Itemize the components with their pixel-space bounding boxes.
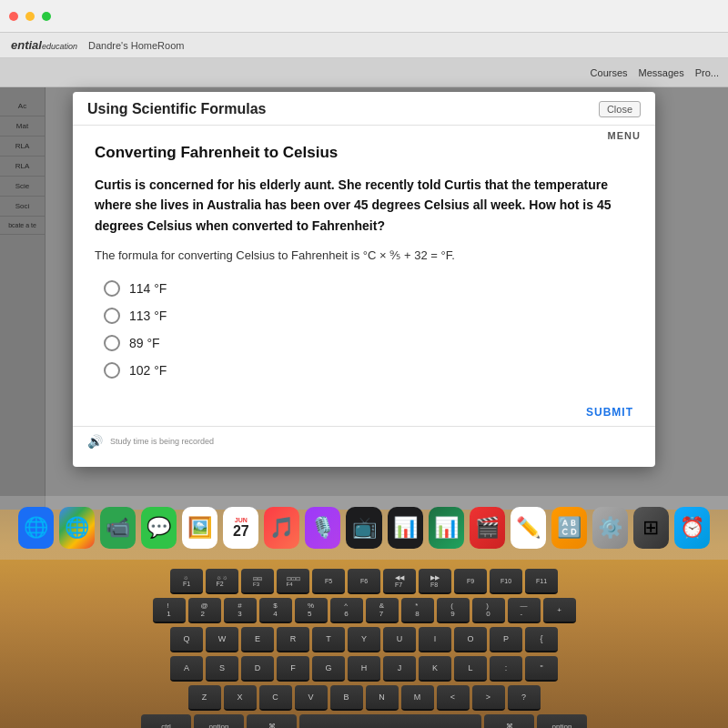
menu-button[interactable]: MENU xyxy=(608,130,641,141)
dock-messages[interactable]: 💬 xyxy=(141,507,177,549)
key-question[interactable]: ? xyxy=(508,685,541,711)
brand-name: entialeducation xyxy=(11,38,77,52)
key-space[interactable] xyxy=(299,714,481,728)
nav-messages[interactable]: Messages xyxy=(639,67,684,78)
close-button[interactable]: Close xyxy=(599,101,641,117)
dock-music[interactable]: 🎵 xyxy=(264,507,299,549)
option-4[interactable]: 102 °F xyxy=(104,362,633,379)
key-dollar[interactable]: $4 xyxy=(259,598,292,623)
key-f4[interactable]: ⊡⊡⊡F4 xyxy=(277,569,309,594)
key-row-asdf: A S D F G H J K L : " xyxy=(141,656,587,682)
dock-excel[interactable]: 📊 xyxy=(429,507,464,549)
key-f8[interactable]: ▶▶F8 xyxy=(419,569,451,594)
key-x[interactable]: X xyxy=(224,685,257,711)
key-cmd-right[interactable]: ⌘ xyxy=(484,714,534,728)
key-a[interactable]: A xyxy=(170,656,203,682)
key-colon[interactable]: : xyxy=(490,656,522,682)
key-z[interactable]: Z xyxy=(188,685,221,711)
dock-tv[interactable]: 📺 xyxy=(346,507,381,549)
dock-finder[interactable]: 🌐 xyxy=(18,507,54,549)
key-d[interactable]: D xyxy=(241,656,274,682)
option-3[interactable]: 89 °F xyxy=(104,335,633,351)
key-lt[interactable]: < xyxy=(437,685,470,711)
key-quote[interactable]: " xyxy=(525,656,558,682)
key-q[interactable]: Q xyxy=(170,627,203,652)
dock-systemprefs[interactable]: ⚙️ xyxy=(592,507,628,549)
dock-texteditor[interactable]: 🔠 xyxy=(551,507,587,549)
nav-profile[interactable]: Pro... xyxy=(695,67,719,78)
key-f5[interactable]: F5 xyxy=(312,569,345,594)
dock-photos[interactable]: 🖼️ xyxy=(182,507,217,549)
dock-video[interactable]: 🎬 xyxy=(470,507,505,549)
key-hash[interactable]: #3 xyxy=(224,598,257,623)
key-f3[interactable]: ⊟⊟F3 xyxy=(241,569,274,594)
dock-stocks[interactable]: 📊 xyxy=(388,507,423,549)
radio-4[interactable] xyxy=(104,362,120,379)
dock-podcasts[interactable]: 🎙️ xyxy=(305,507,340,549)
fullscreen-dot[interactable] xyxy=(42,12,51,21)
key-caret[interactable]: ^6 xyxy=(330,598,363,623)
key-cmd-left[interactable]: ⌘ xyxy=(247,714,297,728)
submit-button[interactable]: SUBMIT xyxy=(586,406,633,419)
dock-sketchbook[interactable]: ✏️ xyxy=(511,507,546,549)
key-p[interactable]: P xyxy=(490,627,522,652)
minimize-dot[interactable] xyxy=(25,12,35,21)
key-minus[interactable]: —- xyxy=(508,598,541,623)
key-o[interactable]: O xyxy=(454,627,487,652)
key-ctrl[interactable]: ctrl xyxy=(141,714,191,728)
key-s[interactable]: S xyxy=(206,656,238,682)
key-star[interactable]: *8 xyxy=(401,598,434,623)
key-y[interactable]: Y xyxy=(348,627,380,652)
key-n[interactable]: N xyxy=(366,685,399,711)
radio-3[interactable] xyxy=(104,335,120,351)
audio-icon[interactable]: 🔊 xyxy=(87,434,103,449)
key-lbrace[interactable]: { xyxy=(525,627,558,652)
key-f[interactable]: F xyxy=(277,656,309,682)
key-m[interactable]: M xyxy=(401,685,434,711)
key-lparen[interactable]: (9 xyxy=(437,598,470,623)
key-j[interactable]: J xyxy=(383,656,416,682)
key-r[interactable]: R xyxy=(277,627,309,652)
key-u[interactable]: U xyxy=(383,627,416,652)
key-b[interactable]: B xyxy=(330,685,363,711)
key-f11[interactable]: F11 xyxy=(525,569,558,594)
key-w[interactable]: W xyxy=(206,627,238,652)
dock-grid[interactable]: ⊞ xyxy=(633,507,669,549)
dock-facetime[interactable]: 📹 xyxy=(100,507,136,549)
key-f7[interactable]: ◀◀F7 xyxy=(383,569,416,594)
key-f9[interactable]: F9 xyxy=(454,569,487,594)
key-g[interactable]: G xyxy=(312,656,345,682)
browser-bar xyxy=(0,0,728,33)
key-e[interactable]: E xyxy=(241,627,274,652)
dock-calendar[interactable]: JUN 27 xyxy=(223,507,258,549)
option-1[interactable]: 114 °F xyxy=(104,280,633,297)
dock: 🌐 🌐 📹 💬 🖼️ JUN 27 🎵 🎙️ 📺 📊 📊 🎬 ✏️ 🔠 ⚙️ ⊞… xyxy=(0,496,728,560)
radio-2[interactable] xyxy=(104,308,120,324)
key-at[interactable]: @2 xyxy=(188,598,221,623)
dock-chrome[interactable]: 🌐 xyxy=(59,507,95,549)
nav-courses[interactable]: Courses xyxy=(591,67,628,78)
key-f10[interactable]: F10 xyxy=(490,569,522,594)
key-f2[interactable]: ☼☼F2 xyxy=(206,569,238,594)
key-f1[interactable]: ☼F1 xyxy=(170,569,203,594)
option-2[interactable]: 113 °F xyxy=(104,308,633,324)
key-percent[interactable]: %5 xyxy=(295,598,328,623)
key-h[interactable]: H xyxy=(348,656,380,682)
key-c[interactable]: C xyxy=(259,685,292,711)
key-rparen[interactable]: )0 xyxy=(472,598,505,623)
key-amp[interactable]: &7 xyxy=(366,598,399,623)
key-bang[interactable]: !1 xyxy=(153,598,186,623)
key-i[interactable]: I xyxy=(419,627,451,652)
key-k[interactable]: K xyxy=(419,656,451,682)
radio-1[interactable] xyxy=(104,280,120,297)
key-v[interactable]: V xyxy=(295,685,328,711)
key-f6[interactable]: F6 xyxy=(348,569,380,594)
key-l[interactable]: L xyxy=(454,656,487,682)
close-dot[interactable] xyxy=(9,12,18,21)
key-gt[interactable]: > xyxy=(472,685,505,711)
key-plus[interactable]: + xyxy=(543,598,576,623)
key-option-right[interactable]: option xyxy=(537,714,587,728)
key-t[interactable]: T xyxy=(312,627,345,652)
dock-clock[interactable]: ⏰ xyxy=(674,507,710,549)
key-option[interactable]: option xyxy=(194,714,244,728)
